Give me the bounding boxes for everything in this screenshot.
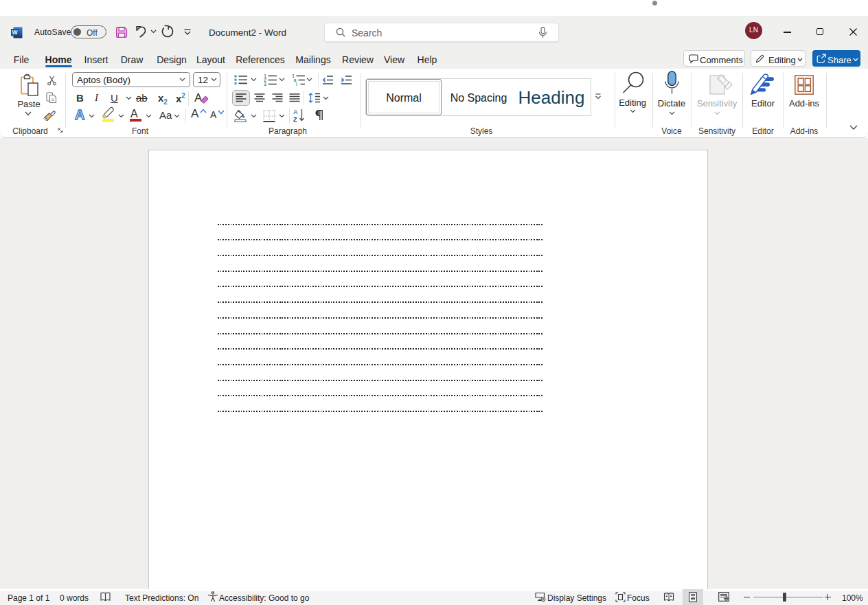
svg-text:Z: Z	[293, 116, 297, 123]
svg-text:A: A	[194, 91, 203, 104]
svg-text:A: A	[75, 107, 84, 122]
svg-text:i: i	[296, 82, 297, 87]
svg-text:3: 3	[264, 82, 266, 87]
svg-text:W: W	[12, 29, 18, 36]
svg-text:A: A	[293, 109, 298, 115]
